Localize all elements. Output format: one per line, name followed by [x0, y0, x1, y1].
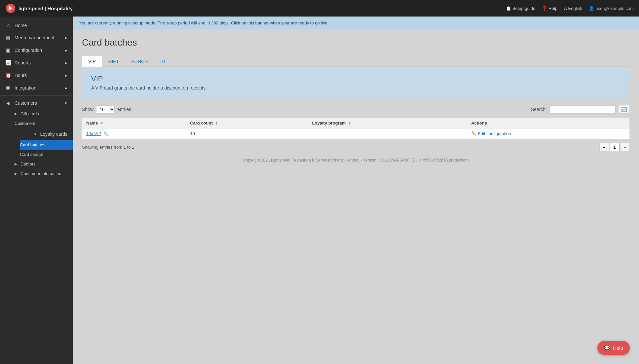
- sidebar-item-menu-management[interactable]: ▦ Menu management ▶: [0, 31, 73, 44]
- main-content: You are currently running in setup mode.…: [73, 17, 639, 364]
- chevron-right-icon: ▶: [15, 162, 17, 166]
- sidebar-item-customers-sub[interactable]: Customers: [15, 119, 73, 128]
- vip-description: A VIP card grants the card holder a disc…: [91, 85, 620, 91]
- chevron-right-icon: ▶: [15, 112, 17, 116]
- chevron-right-icon: ▶: [65, 74, 67, 77]
- sidebar-item-consumer-interaction[interactable]: ▶ Consumer interaction: [15, 169, 73, 178]
- refresh-button[interactable]: 🔄: [618, 105, 630, 114]
- reports-icon: 📈: [5, 60, 11, 66]
- pagination-prev[interactable]: «: [599, 143, 609, 151]
- customers-icon: ◉: [5, 100, 11, 106]
- page-title: Card batches: [82, 37, 630, 48]
- sort-icon: ⬍: [215, 122, 218, 125]
- data-table: Name ⬍ Card count ⬍ Loyalty program ⬍: [82, 118, 630, 139]
- sidebar-item-configuration[interactable]: ▣ Configuration ▶: [0, 44, 73, 56]
- search-label: Search:: [531, 107, 547, 112]
- tabs: VIP GIFT PUNCH ID: [82, 56, 630, 67]
- lightspeed-logo-icon: [5, 3, 16, 14]
- cell-card-count: 10: [186, 128, 308, 139]
- chevron-right-icon: ▶: [65, 36, 67, 40]
- sort-icon: ⬍: [100, 122, 103, 125]
- search-box: Search: 🔄: [531, 105, 630, 114]
- cell-actions: ✏️ Edit configuration: [467, 128, 630, 139]
- table-body: 10x VIP 🔍 10 ✏️ Edit configuration: [82, 128, 630, 139]
- col-card-count[interactable]: Card count ⬍: [186, 118, 308, 128]
- hours-icon: ⏰: [5, 72, 11, 78]
- show-entries-control: Show 10 25 50 100 entries: [82, 105, 131, 114]
- sidebar-customers-sub: ▶ Gift cards Customers ▼ Loyalty cards C…: [0, 109, 73, 178]
- table-row: 10x VIP 🔍 10 ✏️ Edit configuration: [82, 128, 630, 139]
- chevron-down-icon: ▼: [64, 101, 67, 105]
- help-link[interactable]: ❓ Help: [542, 6, 557, 11]
- vip-title: VIP: [91, 75, 620, 83]
- pagination: Showing entries from 1 to 1 « 1 »: [82, 143, 630, 151]
- table-controls: Show 10 25 50 100 entries Search: 🔄: [82, 105, 630, 114]
- help-fab-icon: 💬: [604, 345, 610, 351]
- language-icon: A: [564, 6, 567, 11]
- help-fab-button[interactable]: 💬 Help: [597, 341, 630, 355]
- pagination-current[interactable]: 1: [610, 143, 620, 151]
- edit-configuration-link[interactable]: ✏️ Edit configuration: [471, 131, 625, 136]
- integration-icon: ▣: [5, 85, 11, 91]
- user-icon: 👤: [589, 6, 594, 11]
- sidebar-item-debtors[interactable]: ▶ Debtors: [15, 159, 73, 169]
- batch-name-link[interactable]: 10x VIP: [86, 131, 101, 136]
- setup-guide-link[interactable]: 📋 Setup guide: [506, 6, 535, 11]
- pagination-info: Showing entries from 1 to 1: [82, 145, 134, 150]
- setup-banner[interactable]: You are currently running in setup mode.…: [73, 17, 639, 29]
- cell-loyalty-program: [308, 128, 467, 139]
- chevron-right-icon: ▶: [65, 49, 67, 52]
- chevron-right-icon: ▶: [65, 86, 67, 90]
- sort-icon: ⬍: [348, 122, 351, 125]
- table-header: Name ⬍ Card count ⬍ Loyalty program ⬍: [82, 118, 630, 128]
- sidebar-item-card-search[interactable]: Card search: [20, 150, 73, 159]
- home-icon: ⌂: [5, 22, 11, 28]
- tab-id[interactable]: ID: [154, 56, 171, 67]
- sidebar-item-hours[interactable]: ⏰ Hours ▶: [0, 69, 73, 82]
- navbar-right: 📋 Setup guide ❓ Help A English 👤 user@ex…: [506, 6, 634, 11]
- sidebar-divider: [0, 95, 73, 96]
- configuration-icon: ▣: [5, 47, 11, 53]
- chevron-right-icon: ▶: [65, 61, 67, 65]
- app-body: ⌂ Home ▦ Menu management ▶ ▣ Configurati…: [0, 17, 639, 364]
- tab-punch[interactable]: PUNCH: [125, 56, 154, 67]
- page-content: Card batches VIP GIFT PUNCH ID VIP: [73, 29, 639, 364]
- col-actions: Actions: [467, 118, 630, 128]
- cell-name: 10x VIP 🔍: [82, 128, 186, 139]
- sidebar-item-gift-cards[interactable]: ▶ Gift cards: [15, 109, 73, 119]
- search-inline-icon[interactable]: 🔍: [104, 131, 109, 136]
- language-selector[interactable]: A English: [564, 6, 582, 11]
- help-icon: ❓: [542, 6, 547, 11]
- setup-guide-icon: 📋: [506, 6, 511, 11]
- navbar: lightspeed | Hospitality 📋 Setup guide ❓…: [0, 0, 639, 17]
- brand-name: lightspeed | Hospitality: [19, 6, 73, 11]
- sidebar-loyalty-sub: Card batches Card search: [15, 140, 73, 159]
- chevron-right-icon: ▶: [15, 172, 17, 175]
- user-menu[interactable]: 👤 user@example.com: [589, 6, 634, 11]
- sidebar-item-home[interactable]: ⌂ Home: [0, 19, 73, 31]
- menu-management-icon: ▦: [5, 35, 11, 41]
- chevron-down-icon: ▼: [34, 132, 37, 136]
- pagination-next[interactable]: »: [620, 143, 630, 151]
- sidebar-item-reports[interactable]: 📈 Reports ▶: [0, 56, 73, 69]
- col-loyalty-program[interactable]: Loyalty program ⬍: [308, 118, 467, 128]
- sidebar-item-customers[interactable]: ◉ Customers ▼: [0, 97, 73, 109]
- sidebar-item-loyalty-cards[interactable]: ▼ Loyalty cards: [15, 128, 73, 140]
- page-footer: Copyright 2021 Lightspeed Restaurant K S…: [82, 151, 630, 169]
- brand-logo: lightspeed | Hospitality: [5, 3, 73, 14]
- tab-vip[interactable]: VIP: [82, 56, 102, 67]
- col-name[interactable]: Name ⬍: [82, 118, 186, 128]
- edit-icon: ✏️: [471, 131, 476, 136]
- vip-banner: VIP A VIP card grants the card holder a …: [82, 67, 630, 98]
- pagination-controls: « 1 »: [599, 143, 630, 151]
- search-input[interactable]: [549, 105, 616, 114]
- sidebar: ⌂ Home ▦ Menu management ▶ ▣ Configurati…: [0, 17, 73, 364]
- entries-select[interactable]: 10 25 50 100: [96, 105, 115, 114]
- sidebar-item-integration[interactable]: ▣ Integration ▶: [0, 82, 73, 94]
- sidebar-item-card-batches[interactable]: Card batches: [20, 140, 73, 150]
- tab-gift[interactable]: GIFT: [102, 56, 125, 67]
